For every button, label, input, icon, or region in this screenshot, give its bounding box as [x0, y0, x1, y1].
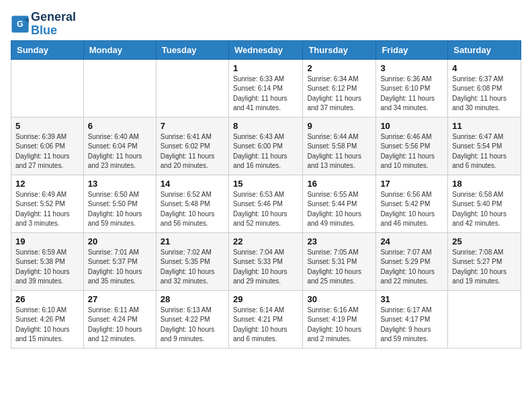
header-wednesday: Wednesday — [228, 40, 302, 59]
day-info: Sunrise: 6:36 AM Sunset: 6:10 PM Dayligh… — [380, 75, 443, 113]
day-number: 10 — [380, 121, 443, 131]
day-cell: 3Sunrise: 6:36 AM Sunset: 6:10 PM Daylig… — [376, 59, 448, 117]
day-cell — [448, 290, 521, 348]
day-info: Sunrise: 6:17 AM Sunset: 4:17 PM Dayligh… — [380, 306, 443, 345]
day-number: 7 — [161, 121, 224, 131]
day-number: 28 — [161, 294, 224, 304]
calendar-table: SundayMondayTuesdayWednesdayThursdayFrid… — [11, 40, 521, 349]
day-cell: 31Sunrise: 6:17 AM Sunset: 4:17 PM Dayli… — [376, 290, 448, 348]
day-info: Sunrise: 6:40 AM Sunset: 6:04 PM Dayligh… — [88, 132, 152, 171]
day-number: 12 — [15, 179, 79, 189]
day-number: 23 — [307, 236, 371, 246]
day-cell: 14Sunrise: 6:52 AM Sunset: 5:48 PM Dayli… — [156, 175, 228, 232]
day-number: 2 — [307, 63, 371, 73]
day-info: Sunrise: 7:02 AM Sunset: 5:35 PM Dayligh… — [161, 248, 224, 287]
day-info: Sunrise: 6:47 AM Sunset: 5:54 PM Dayligh… — [452, 132, 517, 171]
day-info: Sunrise: 6:53 AM Sunset: 5:46 PM Dayligh… — [233, 190, 298, 229]
day-number: 18 — [452, 179, 517, 189]
logo-text: GeneralBlue — [31, 11, 76, 38]
week-row-2: 5Sunrise: 6:39 AM Sunset: 6:06 PM Daylig… — [11, 117, 521, 175]
day-number: 1 — [233, 63, 298, 73]
header-row: SundayMondayTuesdayWednesdayThursdayFrid… — [11, 40, 521, 59]
day-number: 5 — [15, 121, 79, 131]
day-info: Sunrise: 7:08 AM Sunset: 5:27 PM Dayligh… — [452, 248, 517, 287]
day-cell: 2Sunrise: 6:34 AM Sunset: 6:12 PM Daylig… — [303, 59, 376, 117]
week-row-1: 1Sunrise: 6:33 AM Sunset: 6:14 PM Daylig… — [11, 59, 521, 117]
day-number: 6 — [88, 121, 152, 131]
day-info: Sunrise: 6:59 AM Sunset: 5:38 PM Dayligh… — [15, 248, 79, 287]
day-cell: 7Sunrise: 6:41 AM Sunset: 6:02 PM Daylig… — [156, 117, 228, 175]
svg-text:G: G — [17, 19, 24, 29]
day-info: Sunrise: 6:58 AM Sunset: 5:40 PM Dayligh… — [452, 190, 517, 229]
day-info: Sunrise: 6:55 AM Sunset: 5:44 PM Dayligh… — [307, 190, 371, 229]
day-info: Sunrise: 6:13 AM Sunset: 4:22 PM Dayligh… — [161, 306, 224, 345]
day-number: 30 — [307, 294, 371, 304]
day-cell — [11, 59, 84, 117]
day-cell: 12Sunrise: 6:49 AM Sunset: 5:52 PM Dayli… — [11, 175, 84, 232]
day-info: Sunrise: 6:49 AM Sunset: 5:52 PM Dayligh… — [15, 190, 79, 229]
day-cell: 4Sunrise: 6:37 AM Sunset: 6:08 PM Daylig… — [448, 59, 521, 117]
day-cell: 28Sunrise: 6:13 AM Sunset: 4:22 PM Dayli… — [156, 290, 228, 348]
day-info: Sunrise: 6:56 AM Sunset: 5:42 PM Dayligh… — [380, 190, 443, 229]
day-info: Sunrise: 6:52 AM Sunset: 5:48 PM Dayligh… — [161, 190, 224, 229]
day-number: 9 — [307, 121, 371, 131]
day-number: 11 — [452, 121, 517, 131]
day-info: Sunrise: 6:43 AM Sunset: 6:00 PM Dayligh… — [233, 132, 298, 171]
day-cell: 22Sunrise: 7:04 AM Sunset: 5:33 PM Dayli… — [228, 232, 302, 290]
day-cell: 26Sunrise: 6:10 AM Sunset: 4:26 PM Dayli… — [11, 290, 84, 348]
day-cell: 5Sunrise: 6:39 AM Sunset: 6:06 PM Daylig… — [11, 117, 84, 175]
day-info: Sunrise: 6:34 AM Sunset: 6:12 PM Dayligh… — [307, 75, 371, 113]
day-number: 14 — [161, 179, 224, 189]
day-cell: 16Sunrise: 6:55 AM Sunset: 5:44 PM Dayli… — [303, 175, 376, 232]
day-info: Sunrise: 6:37 AM Sunset: 6:08 PM Dayligh… — [452, 75, 517, 113]
day-cell: 20Sunrise: 7:01 AM Sunset: 5:37 PM Dayli… — [83, 232, 156, 290]
day-number: 25 — [452, 236, 517, 246]
day-cell — [83, 59, 156, 117]
day-cell: 13Sunrise: 6:50 AM Sunset: 5:50 PM Dayli… — [83, 175, 156, 232]
header-tuesday: Tuesday — [156, 40, 228, 59]
day-number: 13 — [88, 179, 152, 189]
day-info: Sunrise: 6:50 AM Sunset: 5:50 PM Dayligh… — [88, 190, 152, 229]
week-row-4: 19Sunrise: 6:59 AM Sunset: 5:38 PM Dayli… — [11, 232, 521, 290]
day-number: 29 — [233, 294, 298, 304]
day-info: Sunrise: 6:14 AM Sunset: 4:21 PM Dayligh… — [233, 306, 298, 345]
week-row-5: 26Sunrise: 6:10 AM Sunset: 4:26 PM Dayli… — [11, 290, 521, 348]
logo-icon: G — [11, 15, 30, 34]
header-friday: Friday — [376, 40, 448, 59]
day-cell: 10Sunrise: 6:46 AM Sunset: 5:56 PM Dayli… — [376, 117, 448, 175]
day-info: Sunrise: 7:05 AM Sunset: 5:31 PM Dayligh… — [307, 248, 371, 287]
day-info: Sunrise: 6:16 AM Sunset: 4:19 PM Dayligh… — [307, 306, 371, 345]
day-cell: 15Sunrise: 6:53 AM Sunset: 5:46 PM Dayli… — [228, 175, 302, 232]
day-cell: 23Sunrise: 7:05 AM Sunset: 5:31 PM Dayli… — [303, 232, 376, 290]
day-info: Sunrise: 7:01 AM Sunset: 5:37 PM Dayligh… — [88, 248, 152, 287]
day-info: Sunrise: 6:10 AM Sunset: 4:26 PM Dayligh… — [15, 306, 79, 345]
day-number: 19 — [15, 236, 79, 246]
page-header: G GeneralBlue — [11, 11, 521, 38]
day-cell — [156, 59, 228, 117]
day-number: 20 — [88, 236, 152, 246]
day-info: Sunrise: 6:11 AM Sunset: 4:24 PM Dayligh… — [88, 306, 152, 345]
day-info: Sunrise: 6:46 AM Sunset: 5:56 PM Dayligh… — [380, 132, 443, 171]
header-sunday: Sunday — [11, 40, 84, 59]
day-cell: 11Sunrise: 6:47 AM Sunset: 5:54 PM Dayli… — [448, 117, 521, 175]
day-info: Sunrise: 6:41 AM Sunset: 6:02 PM Dayligh… — [161, 132, 224, 171]
day-info: Sunrise: 6:39 AM Sunset: 6:06 PM Dayligh… — [15, 132, 79, 171]
day-number: 3 — [380, 63, 443, 73]
day-number: 26 — [15, 294, 79, 304]
header-thursday: Thursday — [303, 40, 376, 59]
day-cell: 1Sunrise: 6:33 AM Sunset: 6:14 PM Daylig… — [228, 59, 302, 117]
day-info: Sunrise: 7:07 AM Sunset: 5:29 PM Dayligh… — [380, 248, 443, 287]
day-number: 16 — [307, 179, 371, 189]
header-monday: Monday — [83, 40, 156, 59]
day-info: Sunrise: 7:04 AM Sunset: 5:33 PM Dayligh… — [233, 248, 298, 287]
day-info: Sunrise: 6:33 AM Sunset: 6:14 PM Dayligh… — [233, 75, 298, 113]
day-number: 15 — [233, 179, 298, 189]
day-number: 27 — [88, 294, 152, 304]
day-number: 31 — [380, 294, 443, 304]
day-cell: 25Sunrise: 7:08 AM Sunset: 5:27 PM Dayli… — [448, 232, 521, 290]
day-cell: 8Sunrise: 6:43 AM Sunset: 6:00 PM Daylig… — [228, 117, 302, 175]
day-number: 17 — [380, 179, 443, 189]
day-number: 8 — [233, 121, 298, 131]
day-cell: 19Sunrise: 6:59 AM Sunset: 5:38 PM Dayli… — [11, 232, 84, 290]
day-cell: 21Sunrise: 7:02 AM Sunset: 5:35 PM Dayli… — [156, 232, 228, 290]
